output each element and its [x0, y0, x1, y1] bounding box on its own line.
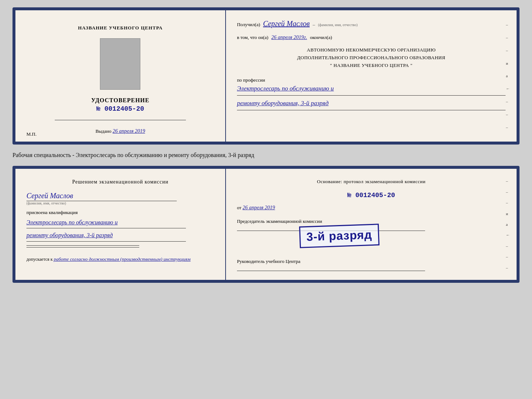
date-prefix: в том, что он(а) [237, 35, 269, 40]
b-mark-2: – [506, 190, 510, 194]
b-mark-4: и [506, 211, 510, 216]
b-mark-5: а [506, 222, 510, 227]
bottom-cert-left: Решением экзаменационной комиссии Сергей… [15, 169, 226, 280]
mark-6: ← [506, 86, 510, 91]
mark-5: а [506, 74, 510, 78]
bottom-name-sublabel: (фамилия, имя, отчество) [26, 201, 214, 205]
qualification-block: Электрослесарь по обслуживанию и ремонту… [26, 217, 214, 243]
bottom-person-name: Сергей Маслов [26, 192, 214, 200]
top-cert-left: НАЗВАНИЕ УЧЕБНОГО ЦЕНТРА УДОСТОВЕРЕНИЕ №… [15, 10, 226, 142]
cert-number: № 0012405-20 [97, 105, 144, 113]
date-value: 26 апреля 2019г. [271, 35, 307, 40]
mark-8: – [506, 112, 510, 117]
stamp-text: 3-й разряд [306, 228, 372, 244]
mark-4: и [506, 61, 510, 65]
admitted-label: допускается к [26, 257, 53, 262]
date-prefix: от [237, 205, 241, 210]
bottom-certificate-card: Решением экзаменационной комиссии Сергей… [12, 166, 520, 283]
mark-3: – [506, 48, 510, 53]
qual-line2: ремонту оборудования, 3-й разряд [26, 230, 214, 241]
mark-2: – [506, 35, 510, 40]
qualification-label: присвоена квалификация [26, 210, 214, 215]
recipient-name: Сергей Маслов [263, 19, 310, 28]
mp-label: М.П. [26, 131, 36, 137]
profession-line1: Электрослесарь по обслуживанию и [237, 83, 506, 95]
b-mark-8: – [506, 254, 510, 259]
admitted-text: работе согласно должностным (производств… [54, 256, 190, 262]
between-label: Рабочая специальность - Электрослесарь п… [12, 150, 520, 160]
b-mark-3: – [506, 200, 510, 205]
right-side-marks: – – – и а ← – – – [506, 10, 510, 142]
admitted-block: допускается к работе согласно должностны… [26, 256, 214, 262]
profession-label: по профессии [237, 77, 506, 83]
org-line2: ДОПОЛНИТЕЛЬНОГО ПРОФЕССИОНАЛЬНОГО ОБРАЗО… [237, 54, 506, 62]
mark-1: – [506, 22, 510, 27]
b-mark-6: ← [506, 233, 510, 237]
rukovoditel-sign-line [237, 271, 425, 271]
rukovoditel-label: Руководитель учебного Центра [237, 258, 506, 265]
protocol-number-block: № 0012405-20 [237, 192, 506, 199]
issued-line: Выдано 26 апреля 2019 [96, 128, 145, 134]
profession-block: по профессии Электрослесарь по обслужива… [237, 77, 506, 112]
cert-number-value: 0012405-20 [104, 105, 144, 113]
protocol-prefix: № [348, 192, 352, 199]
bottom-right-side-marks: – – – и а ← – – – [506, 169, 510, 280]
decision-title: Решением экзаменационной комиссии [26, 178, 214, 186]
date-block: в том, что он(а) 26 апреля 2019г. окончи… [237, 35, 506, 40]
name-sublabel: (фамилия, имя, отчество) [318, 23, 357, 27]
profession-line2: ремонту оборудования, 3-й разряд [237, 98, 506, 109]
received-block: Получил(а) Сергей Маслов – (фамилия, имя… [237, 19, 506, 28]
org-line1: АВТОНОМНУЮ НЕКОММЕРЧЕСКУЮ ОРГАНИЗАЦИЮ [237, 46, 506, 54]
qual-line1: Электрослесарь по обслуживанию и [26, 217, 214, 228]
cert-title: УДОСТОВЕРЕНИЕ [91, 97, 150, 104]
finished-label: окончил(а) [310, 35, 332, 40]
page-wrapper: НАЗВАНИЕ УЧЕБНОГО ЦЕНТРА УДОСТОВЕРЕНИЕ №… [12, 7, 520, 283]
mark-7: – [506, 99, 510, 104]
b-mark-1: – [506, 179, 510, 183]
mark-9: – [506, 125, 510, 129]
top-left-title: НАЗВАНИЕ УЧЕБНОГО ЦЕНТРА [78, 25, 163, 31]
bottom-name-block: Сергей Маслов (фамилия, имя, отчество) [26, 192, 214, 207]
basis-label: Основание: протокол экзаменационной коми… [237, 178, 506, 186]
top-cert-right: Получил(а) Сергей Маслов – (фамилия, имя… [226, 10, 517, 142]
org-block: АВТОНОМНУЮ НЕКОММЕРЧЕСКУЮ ОРГАНИЗАЦИЮ ДО… [237, 46, 506, 69]
issued-label: Выдано [96, 128, 111, 134]
stamp: 3-й разряд [299, 224, 380, 248]
top-certificate-card: НАЗВАНИЕ УЧЕБНОГО ЦЕНТРА УДОСТОВЕРЕНИЕ №… [12, 7, 520, 145]
received-label: Получил(а) [237, 22, 260, 28]
cert-number-prefix: № [97, 105, 101, 113]
photo-placeholder [100, 38, 140, 90]
b-mark-9: – [506, 266, 510, 270]
bottom-cert-right: Основание: протокол экзаменационной коми… [226, 169, 517, 280]
issued-date: 26 апреля 2019 [112, 128, 145, 134]
protocol-date-block: от 26 апреля 2019 [237, 205, 506, 211]
b-mark-7: – [506, 244, 510, 248]
org-line3: " НАЗВАНИЕ УЧЕБНОГО ЦЕНТРА " [237, 62, 506, 70]
protocol-date-value: 26 апреля 2019 [242, 205, 275, 210]
protocol-number: 0012405-20 [355, 192, 395, 199]
